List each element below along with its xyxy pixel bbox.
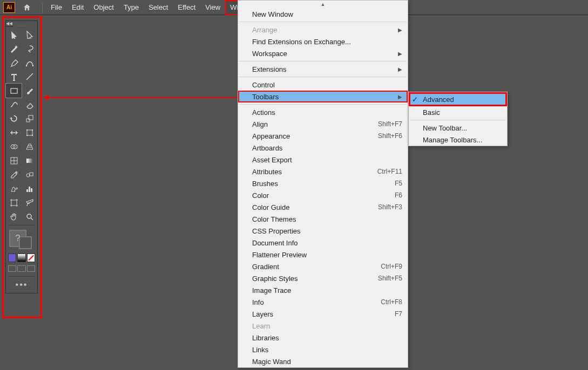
tool-eraser[interactable] [22, 98, 37, 112]
menu-artboards[interactable]: Artboards [238, 142, 408, 154]
menu-arrange[interactable]: Arrange▶ [238, 24, 408, 36]
tool-direct-selection[interactable] [22, 28, 37, 42]
tool-gradient[interactable] [22, 154, 37, 168]
color-swatches[interactable]: ? [6, 227, 37, 251]
color-mode-solid[interactable] [8, 253, 16, 262]
tool-width[interactable] [6, 126, 22, 140]
tool-paintbrush[interactable] [22, 84, 37, 98]
menu-learn[interactable]: Learn [238, 320, 408, 332]
menu-image-trace[interactable]: Image Trace [238, 284, 408, 296]
submenu-manage-toolbars[interactable]: Manage Toolbars... [409, 134, 507, 146]
tool-eyedropper[interactable] [6, 168, 22, 182]
menu-links[interactable]: Links [238, 344, 408, 355]
screen-mode-row [6, 265, 37, 275]
label: Graphic Styles [252, 275, 298, 283]
svg-rect-2 [11, 88, 17, 93]
shortcut: F7 [395, 310, 402, 318]
menu-color-themes[interactable]: Color Themes [238, 213, 408, 225]
menu-gradient[interactable]: GradientCtrl+F9 [238, 261, 408, 272]
tool-free-transform[interactable] [22, 126, 37, 140]
menu-type[interactable]: Type [119, 0, 144, 15]
color-mode-row [6, 251, 37, 265]
tool-curvature[interactable] [22, 56, 37, 70]
tool-perspective[interactable] [22, 140, 37, 154]
chevron-right-icon: ▶ [398, 66, 402, 72]
menu-effect[interactable]: Effect [173, 0, 200, 15]
tool-column-graph[interactable] [22, 182, 37, 196]
tool-blend[interactable] [22, 168, 37, 182]
label: Manage Toolbars... [423, 136, 482, 144]
tool-zoom[interactable] [22, 210, 37, 224]
label: CSS Properties [252, 227, 301, 235]
menu-info[interactable]: InfoCtrl+F8 [238, 296, 408, 308]
stroke-swatch[interactable] [19, 236, 32, 249]
menu-new-window[interactable]: New Window [238, 8, 408, 20]
menu-control[interactable]: Control [238, 79, 408, 91]
menu-extensions[interactable]: Extensions▶ [238, 63, 408, 75]
label: Arrange [252, 26, 277, 34]
svg-rect-5 [27, 130, 32, 135]
menu-layers[interactable]: LayersF7 [238, 308, 408, 320]
menu-brushes[interactable]: BrushesF5 [238, 177, 408, 189]
home-icon[interactable] [21, 1, 33, 14]
shortcut: Ctrl+F11 [377, 168, 402, 175]
tool-magic-wand[interactable] [6, 42, 22, 56]
menu-libraries[interactable]: Libraries [238, 332, 408, 344]
tool-rectangle[interactable] [6, 84, 22, 98]
menu-edit[interactable]: Edit [67, 0, 89, 15]
check-icon: ✓ [412, 95, 418, 104]
tool-scale[interactable] [22, 112, 37, 126]
menu-magic-wand[interactable]: Magic Wand [238, 355, 408, 367]
draw-normal-icon[interactable] [8, 265, 16, 272]
draw-inside-icon[interactable] [27, 265, 35, 272]
menu-color-guide[interactable]: Color GuideShift+F3 [238, 201, 408, 213]
color-mode-gradient[interactable] [17, 253, 25, 262]
scroll-up-icon[interactable]: ▲ [321, 2, 326, 7]
tool-pen[interactable] [6, 56, 22, 70]
tool-shaper[interactable] [6, 98, 22, 112]
separator [239, 104, 407, 105]
menu-file[interactable]: File [46, 0, 67, 15]
label: Image Trace [252, 286, 291, 294]
submenu-advanced[interactable]: ✓ Advanced [409, 92, 507, 106]
menu-select[interactable]: Select [144, 0, 173, 15]
tool-selection[interactable] [6, 28, 22, 42]
tool-shape-builder[interactable] [6, 140, 22, 154]
submenu-new-toolbar[interactable]: New Toolbar... [409, 122, 507, 134]
chevron-right-icon: ▶ [398, 94, 402, 100]
menu-color[interactable]: ColorF6 [238, 189, 408, 201]
annotation-arrow [48, 97, 236, 98]
menu-view[interactable]: View [200, 0, 225, 15]
tool-mesh[interactable] [6, 154, 22, 168]
tool-rotate[interactable] [6, 112, 22, 126]
shortcut: Shift+F3 [378, 203, 402, 211]
menu-object[interactable]: Object [89, 0, 119, 15]
menu-find-extensions[interactable]: Find Extensions on Exchange... [238, 36, 408, 47]
tool-slice[interactable] [22, 196, 37, 210]
tool-line[interactable] [22, 70, 37, 84]
menu-attributes[interactable]: AttributesCtrl+F11 [238, 166, 408, 177]
tool-lasso[interactable] [22, 42, 37, 56]
menu-toolbars[interactable]: Toolbars▶ [238, 91, 408, 102]
edit-toolbar-button[interactable]: ••• [6, 278, 37, 293]
menu-asset-export[interactable]: Asset Export [238, 154, 408, 166]
menu-graphic-styles[interactable]: Graphic StylesShift+F5 [238, 272, 408, 284]
menu-css-properties[interactable]: CSS Properties [238, 225, 408, 237]
menu-flattener-preview[interactable]: Flattener Preview [238, 249, 408, 261]
menu-workspace[interactable]: Workspace▶ [238, 47, 408, 59]
menu-align[interactable]: AlignShift+F7 [238, 118, 408, 130]
svg-rect-13 [26, 159, 33, 163]
menu-actions[interactable]: Actions [238, 106, 408, 118]
submenu-basic[interactable]: Basic [409, 106, 507, 118]
label: Attributes [252, 168, 282, 176]
draw-behind-icon[interactable] [17, 265, 25, 272]
tool-type[interactable] [6, 70, 22, 84]
tool-symbol-sprayer[interactable] [6, 182, 22, 196]
collapse-icon[interactable]: ◀◀ [5, 20, 13, 27]
menu-document-info[interactable]: Document Info [238, 237, 408, 249]
label: Magic Wand [252, 358, 291, 366]
tool-hand[interactable] [6, 210, 22, 224]
color-mode-none[interactable] [27, 253, 35, 262]
tool-artboard[interactable] [6, 196, 22, 210]
menu-appearance[interactable]: AppearanceShift+F6 [238, 130, 408, 142]
